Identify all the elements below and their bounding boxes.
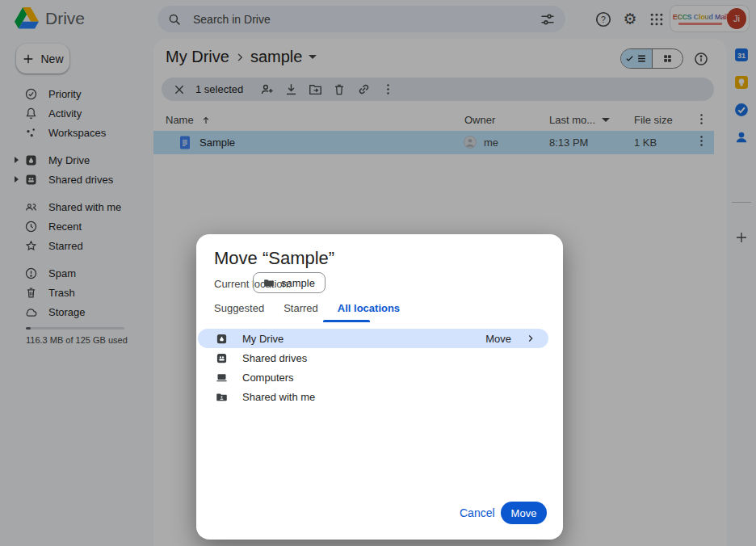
tab-suggested[interactable]: Suggested [214, 302, 264, 321]
location-row-shared-with-me[interactable]: Shared with me [198, 387, 548, 406]
location-row-computers[interactable]: Computers [198, 368, 548, 387]
computer-icon [216, 372, 228, 384]
shared-folder-icon [216, 391, 228, 403]
chevron-right-icon[interactable] [526, 334, 536, 343]
folder-icon [263, 277, 275, 288]
move-button[interactable]: Move [501, 502, 547, 524]
shared-drives-icon [216, 352, 228, 364]
cancel-button[interactable]: Cancel [455, 502, 500, 524]
current-location-name: sample [281, 277, 315, 289]
location-list: My Drive Move Shared drives [198, 329, 548, 406]
dialog-tabs: Suggested Starred All locations [214, 302, 400, 321]
active-tab-underline [323, 320, 370, 322]
current-location-chip[interactable]: sample [253, 272, 326, 293]
row-move-action[interactable]: Move [485, 333, 511, 345]
my-drive-icon [216, 333, 228, 345]
dialog-title: Move “Sample” [214, 248, 334, 269]
tab-starred[interactable]: Starred [284, 302, 318, 321]
location-row-shared-drives[interactable]: Shared drives [198, 348, 548, 368]
location-row-my-drive[interactable]: My Drive Move [198, 329, 548, 348]
tab-all-locations[interactable]: All locations [338, 302, 400, 321]
move-dialog: Move “Sample” Current location: sample S… [196, 234, 563, 540]
google-drive-app: Drive ? ⚙ [0, 0, 756, 546]
